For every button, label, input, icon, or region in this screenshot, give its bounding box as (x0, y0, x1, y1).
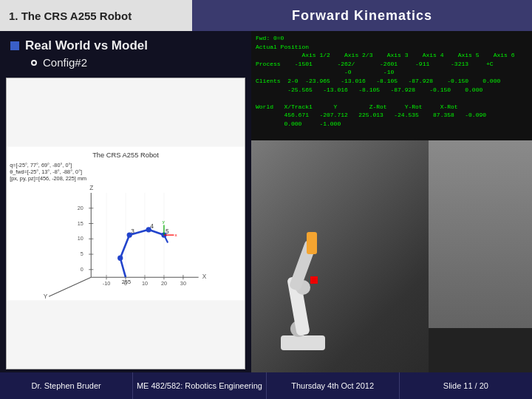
bullet-circle-icon (31, 60, 37, 66)
svg-text:-10: -10 (103, 280, 111, 287)
footer: Dr. Stephen Bruder ME 482/582: Robotics … (0, 372, 532, 399)
robot-photo-bg (251, 140, 532, 372)
header-left: 1. The CRS A255 Robot (0, 0, 192, 31)
svg-text:10: 10 (78, 235, 83, 242)
section-title: Forward Kinematics (292, 8, 432, 24)
svg-text:The CRS A255 Robot: The CRS A255 Robot (92, 151, 159, 159)
main-content: Real World vs Model Config#2 The CRS A25… (0, 31, 532, 372)
right-panel: Fwd: 0=0 Actual Position Axis 1/2 Axis 2… (251, 31, 532, 372)
table-content: Fwd: 0=0 Actual Position Axis 1/2 Axis 2… (256, 34, 528, 129)
plot-area: The CRS A255 Robot q=[-25°, 77°, 69°, -8… (6, 78, 245, 369)
footer-course: ME 482/582: Robotics Engineering (133, 372, 266, 399)
svg-text:0: 0 (81, 266, 83, 273)
svg-text:[px, py, pz]=[456, -208, 225] : [px, py, pz]=[456, -208, 225] mm (10, 175, 86, 182)
slide-title: 1. The CRS A255 Robot (9, 10, 132, 22)
robot-end (307, 232, 317, 254)
svg-text:20: 20 (161, 280, 167, 287)
svg-text:15: 15 (78, 220, 83, 227)
robot-photo (251, 140, 532, 372)
bullet-sub: Config#2 (31, 56, 241, 69)
date-text: Thursday 4th Oct 2012 (291, 381, 374, 390)
robot-indicator (310, 276, 318, 284)
svg-text:5: 5 (81, 250, 83, 257)
svg-text:Z: Z (89, 184, 93, 191)
bg-desk (429, 328, 532, 372)
svg-text:θ_fwd=[-25°, 13°, -8°, -88°, 0: θ_fwd=[-25°, 13°, -8°, -88°, 0°] (10, 168, 82, 175)
slide-text: Slide 11 / 20 (443, 381, 488, 390)
bullet-main: Real World vs Model (10, 38, 241, 53)
svg-text:30: 30 (180, 280, 186, 287)
footer-date: Thursday 4th Oct 2012 (267, 372, 400, 399)
header-right: Forward Kinematics (192, 0, 532, 31)
footer-slide: Slide 11 / 20 (400, 372, 532, 399)
robot-plot-svg: The CRS A255 Robot q=[-25°, 77°, 69°, -8… (7, 78, 245, 369)
header: 1. The CRS A255 Robot Forward Kinematics (0, 0, 532, 31)
main-bullet-text: Real World vs Model (25, 38, 148, 53)
svg-text:Y: Y (44, 293, 48, 300)
robot-base (281, 335, 325, 350)
svg-text:20: 20 (78, 205, 83, 211)
text-section: Real World vs Model Config#2 (0, 31, 251, 73)
bullet-square-icon (10, 41, 19, 50)
left-panel: Real World vs Model Config#2 The CRS A25… (0, 31, 251, 372)
svg-text:10: 10 (142, 280, 148, 287)
footer-author: Dr. Stephen Bruder (0, 372, 133, 399)
svg-text:X: X (202, 273, 207, 280)
author-text: Dr. Stephen Bruder (32, 381, 101, 390)
svg-text:q=[-25°, 77°, 69°, -80°, 0°]: q=[-25°, 77°, 69°, -80°, 0°] (10, 162, 72, 168)
course-text: ME 482/582: Robotics Engineering (137, 381, 262, 390)
table-area: Fwd: 0=0 Actual Position Axis 1/2 Axis 2… (251, 31, 532, 140)
svg-text:255: 255 (122, 279, 131, 285)
sub-bullet-text: Config#2 (43, 56, 87, 69)
